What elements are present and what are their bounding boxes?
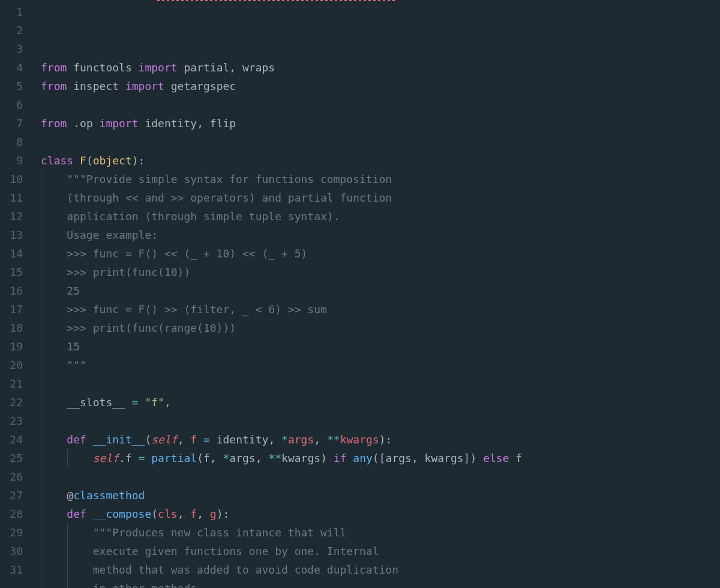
code-line[interactable]: >>> print(func(range(10))) bbox=[41, 319, 720, 337]
indent-guide bbox=[41, 319, 41, 337]
token-str2: "f" bbox=[145, 396, 164, 409]
token-text bbox=[41, 433, 67, 446]
code-line[interactable] bbox=[41, 412, 720, 430]
line-number: 3 bbox=[0, 40, 30, 58]
line-number: 17 bbox=[0, 300, 30, 319]
token-text bbox=[41, 210, 67, 223]
token-text bbox=[41, 508, 67, 520]
indent-guide bbox=[41, 356, 41, 374]
code-line[interactable]: (through << and >> operators) and partia… bbox=[41, 188, 720, 207]
token-p: , bbox=[164, 396, 171, 409]
indent-guide bbox=[41, 281, 41, 300]
code-line[interactable]: in other methods. bbox=[41, 579, 720, 588]
token-text bbox=[41, 489, 67, 502]
token-text bbox=[41, 359, 67, 371]
code-line[interactable]: method that was added to avoid code dupl… bbox=[41, 560, 720, 579]
token-str: """Produces new class intance that will bbox=[93, 526, 347, 539]
token-text bbox=[41, 191, 67, 204]
code-area[interactable]: from functools import partial, wrapsfrom… bbox=[30, 0, 720, 588]
code-line[interactable] bbox=[41, 95, 720, 114]
token-text bbox=[67, 117, 73, 130]
indent-guide bbox=[41, 560, 41, 579]
indent-guide bbox=[41, 300, 41, 319]
code-line[interactable]: 25 bbox=[41, 281, 720, 300]
code-line[interactable] bbox=[41, 133, 720, 151]
token-text: inspect bbox=[67, 80, 125, 92]
token-kw: import bbox=[100, 117, 139, 130]
line-number: 23 bbox=[0, 412, 30, 430]
token-p: , bbox=[229, 61, 236, 74]
code-line[interactable]: def __init__(self, f = identity, *args, … bbox=[41, 430, 720, 449]
token-str: (through << and >> operators) and partia… bbox=[67, 191, 392, 204]
code-line[interactable]: >>> print(func(10)) bbox=[41, 263, 720, 281]
token-op: ** bbox=[327, 433, 340, 446]
indent-guide bbox=[41, 207, 41, 226]
token-p: , bbox=[412, 452, 418, 464]
line-number: 19 bbox=[0, 337, 30, 356]
token-text bbox=[320, 433, 327, 446]
token-str: 25 bbox=[67, 284, 80, 297]
line-number: 6 bbox=[0, 95, 30, 114]
code-editor[interactable]: 1234567891011121314151617181920212223242… bbox=[0, 0, 720, 588]
code-line[interactable]: __slots__ = "f", bbox=[41, 393, 720, 412]
indent-guide bbox=[41, 263, 41, 281]
code-line[interactable]: application (through simple tuple syntax… bbox=[41, 207, 720, 226]
token-text bbox=[73, 154, 80, 167]
code-line[interactable]: def __compose(cls, f, g): bbox=[41, 505, 720, 523]
token-fn: any bbox=[353, 452, 373, 464]
code-line[interactable]: >>> func = F() >> (filter, _ < 6) >> sum bbox=[41, 300, 720, 319]
code-line[interactable]: from .op import identity, flip bbox=[41, 114, 720, 133]
indent-guide bbox=[41, 505, 41, 523]
code-line[interactable] bbox=[41, 374, 720, 393]
token-dec: classmethod bbox=[73, 489, 145, 502]
code-line[interactable]: @classmethod bbox=[41, 486, 720, 505]
indent-guide bbox=[41, 188, 41, 207]
code-line[interactable]: class F(object): bbox=[41, 151, 720, 170]
token-text bbox=[41, 340, 67, 353]
token-str: >>> func = F() >> (filter, _ < 6) >> sum bbox=[67, 303, 326, 316]
token-kw: from bbox=[41, 80, 67, 92]
code-line[interactable]: 15 bbox=[41, 337, 720, 356]
token-p: , bbox=[268, 433, 275, 446]
code-line[interactable]: from functools import partial, wraps bbox=[41, 58, 720, 77]
line-number: 8 bbox=[0, 133, 30, 151]
token-kw: import bbox=[125, 80, 164, 92]
token-p: , bbox=[314, 433, 320, 446]
token-self: self bbox=[93, 452, 119, 464]
token-param: cls bbox=[158, 508, 178, 520]
code-line[interactable]: from inspect import getargspec bbox=[41, 77, 720, 95]
token-op: * bbox=[281, 433, 288, 446]
token-cls: F bbox=[80, 154, 86, 167]
code-line[interactable]: """Provide simple syntax for functions c… bbox=[41, 170, 720, 188]
token-op: = bbox=[132, 396, 139, 409]
code-line[interactable]: """ bbox=[41, 356, 720, 374]
code-line[interactable]: self.f = partial(f, *args, **kwargs) if … bbox=[41, 449, 720, 467]
token-text: f bbox=[125, 452, 139, 464]
token-p: , bbox=[197, 508, 203, 520]
line-number: 11 bbox=[0, 188, 30, 207]
token-str: >>> print(func(range(10))) bbox=[67, 322, 236, 334]
line-number: 31 bbox=[0, 560, 30, 579]
code-line[interactable]: """Produces new class intance that will bbox=[41, 523, 720, 542]
token-p: ( bbox=[86, 154, 93, 167]
token-text: flip bbox=[203, 117, 236, 130]
line-number: 28 bbox=[0, 505, 30, 523]
token-text bbox=[275, 433, 281, 446]
token-p: , bbox=[256, 452, 262, 464]
code-line[interactable]: >>> func = F() << (_ + 10) << (_ + 5) bbox=[41, 244, 720, 263]
line-number: 20 bbox=[0, 356, 30, 374]
line-number-gutter: 1234567891011121314151617181920212223242… bbox=[0, 0, 30, 588]
token-p: [ bbox=[379, 452, 386, 464]
code-line[interactable]: Usage example: bbox=[41, 226, 720, 244]
token-op: * bbox=[223, 452, 230, 464]
token-text: args bbox=[229, 452, 255, 464]
token-kw: def bbox=[67, 433, 86, 446]
token-text bbox=[476, 452, 483, 464]
code-line[interactable]: execute given functions one by one. Inte… bbox=[41, 542, 720, 560]
code-line[interactable] bbox=[41, 467, 720, 486]
line-number: 25 bbox=[0, 449, 30, 467]
token-p: ) bbox=[470, 452, 476, 464]
token-text bbox=[86, 508, 93, 520]
token-text: args bbox=[386, 452, 412, 464]
indent-guide bbox=[41, 226, 41, 244]
